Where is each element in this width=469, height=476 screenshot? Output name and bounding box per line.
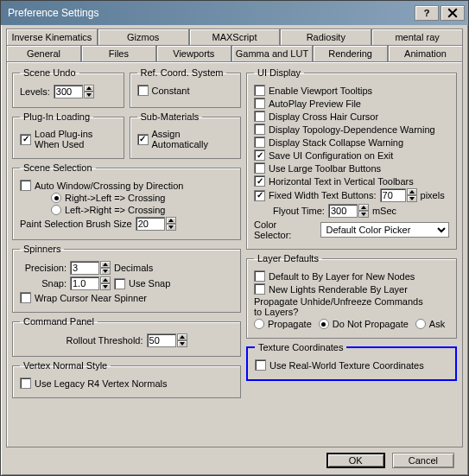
ask-radio[interactable] xyxy=(415,319,426,329)
precision-input[interactable] xyxy=(70,261,99,275)
spin-up[interactable] xyxy=(84,85,94,92)
ui-display-label-4: Display Stack Collapse Warning xyxy=(269,137,403,148)
legend: UI Display xyxy=(254,67,304,78)
tab-gamma-lut[interactable]: Gamma and LUT xyxy=(231,45,313,61)
legacy-r4-checkbox[interactable] xyxy=(20,378,31,389)
propagate-label: Propagate xyxy=(268,319,312,329)
spin-down[interactable] xyxy=(100,283,111,290)
spin-down[interactable] xyxy=(166,224,176,231)
do-not-propagate-label: Do Not Propagate xyxy=(333,319,409,329)
decimals-label: Decimals xyxy=(114,263,153,273)
use-snap-checkbox[interactable] xyxy=(114,278,125,289)
spin-down[interactable] xyxy=(358,211,369,218)
spin-down[interactable] xyxy=(407,195,417,202)
tab-viewports[interactable]: Viewports xyxy=(156,45,231,61)
default-by-layer-checkbox[interactable] xyxy=(254,270,265,282)
color-selector-label: Color Selector: xyxy=(254,219,317,240)
spin-up[interactable] xyxy=(177,333,187,340)
ui-display-label-3: Display Topology-Dependence Warning xyxy=(269,124,435,135)
rollout-threshold-input[interactable] xyxy=(147,333,176,347)
ui-display-checkbox-6[interactable] xyxy=(254,162,265,174)
tab-row-1: Inverse Kinematics Gizmos MAXScript Radi… xyxy=(6,29,463,45)
rollout-threshold-label: Rollout Threshold: xyxy=(66,335,143,346)
spin-up[interactable] xyxy=(166,217,176,224)
spin-up[interactable] xyxy=(100,276,111,283)
auto-window-checkbox[interactable] xyxy=(20,180,31,191)
ui-display-checkbox-5[interactable] xyxy=(254,149,265,161)
ui-display-checkbox-1[interactable] xyxy=(254,98,265,109)
legacy-r4-label: Use Legacy R4 Vertex Normals xyxy=(35,378,167,389)
wrap-cursor-checkbox[interactable] xyxy=(20,292,31,303)
brush-size-spinner[interactable] xyxy=(136,217,176,231)
ui-display-checkbox-2[interactable] xyxy=(254,111,265,122)
brush-size-label: Paint Selection Brush Size xyxy=(20,219,132,229)
wrap-cursor-label: Wrap Cursor Near Spinner xyxy=(35,293,147,303)
default-by-layer-label: Default to By Layer for New Nodes xyxy=(269,271,415,282)
snap-input[interactable] xyxy=(70,276,99,290)
tab-gizmos[interactable]: Gizmos xyxy=(98,29,189,45)
ui-display-checkbox-4[interactable] xyxy=(254,136,265,148)
tab-animation[interactable]: Animation xyxy=(388,45,463,61)
brush-size-input[interactable] xyxy=(136,217,165,231)
spin-up[interactable] xyxy=(407,188,417,195)
load-plugins-checkbox[interactable] xyxy=(20,134,31,145)
propagate-radio[interactable] xyxy=(254,319,264,329)
window-title: Preference Settings xyxy=(8,7,98,19)
propagate-question: Propagate Unhide/Unfreeze Commands to La… xyxy=(254,296,423,317)
ui-display-checkbox-7[interactable] xyxy=(254,175,265,187)
cancel-button[interactable]: Cancel xyxy=(392,453,454,468)
tab-general[interactable]: General xyxy=(6,45,81,61)
levels-input[interactable] xyxy=(54,85,83,98)
legend: Ref. Coord. System xyxy=(137,67,227,78)
spin-down[interactable] xyxy=(177,340,187,347)
spin-down[interactable] xyxy=(100,268,111,275)
snap-spinner[interactable] xyxy=(70,276,111,290)
flyout-time-spinner[interactable] xyxy=(328,204,369,218)
constant-checkbox[interactable] xyxy=(137,85,149,96)
spin-down[interactable] xyxy=(84,92,94,98)
assign-auto-checkbox[interactable] xyxy=(137,134,149,145)
tab-mental-ray[interactable]: mental ray xyxy=(371,29,463,45)
spin-up[interactable] xyxy=(358,204,369,211)
spin-up[interactable] xyxy=(100,261,111,268)
tab-radiosity[interactable]: Radiosity xyxy=(280,29,371,45)
help-button[interactable]: ? xyxy=(415,5,439,21)
levels-spinner[interactable] xyxy=(54,85,94,98)
new-lights-label: New Lights Renderable By Layer xyxy=(269,284,408,295)
titlebar: Preference Settings ? xyxy=(1,1,468,25)
real-world-checkbox[interactable] xyxy=(255,359,266,371)
tab-inverse-kinematics[interactable]: Inverse Kinematics xyxy=(6,29,98,45)
tab-files[interactable]: Files xyxy=(81,45,156,61)
tab-rendering[interactable]: Rendering xyxy=(313,45,388,61)
close-button[interactable] xyxy=(440,5,465,21)
fixed-width-input[interactable] xyxy=(380,188,406,202)
do-not-propagate-radio[interactable] xyxy=(319,319,329,329)
tab-maxscript[interactable]: MAXScript xyxy=(189,29,281,45)
ui-display-checkbox-0[interactable] xyxy=(254,85,265,96)
close-icon xyxy=(447,8,458,18)
group-vertex-normal: Vertex Normal Style Use Legacy R4 Vertex… xyxy=(12,360,241,398)
fixed-width-label: Fixed Width Text Buttons: xyxy=(269,190,377,200)
snap-label: Snap: xyxy=(20,278,67,289)
ok-button[interactable]: OK xyxy=(326,453,385,468)
precision-label: Precision: xyxy=(20,263,67,273)
ui-display-checkbox-3[interactable] xyxy=(254,124,265,135)
legend: Scene Selection xyxy=(20,162,96,173)
ui-display-label-0: Enable Viewport Tooltips xyxy=(269,86,372,96)
precision-spinner[interactable] xyxy=(70,261,111,275)
fixed-width-checkbox[interactable] xyxy=(254,190,265,201)
fixed-width-spinner[interactable] xyxy=(380,188,417,202)
legend: Command Panel xyxy=(20,316,98,327)
left-right-radio[interactable] xyxy=(51,205,61,215)
color-selector-dropdown[interactable]: Default Color Picker xyxy=(320,222,449,238)
group-scene-undo: Scene Undo Levels: xyxy=(12,67,124,108)
dialog-footer: OK Cancel xyxy=(6,447,463,470)
group-ref-coord: Ref. Coord. System Constant xyxy=(130,67,242,108)
new-lights-checkbox[interactable] xyxy=(254,283,265,295)
left-column: Scene Undo Levels: Ref. Coord. System Co… xyxy=(12,67,241,441)
right-left-radio[interactable] xyxy=(51,193,61,203)
group-ui-display: UI Display Enable Viewport TooltipsAutoP… xyxy=(246,67,457,250)
group-command-panel: Command Panel Rollout Threshold: xyxy=(12,316,241,357)
flyout-time-input[interactable] xyxy=(328,204,358,218)
rollout-threshold-spinner[interactable] xyxy=(147,333,187,347)
